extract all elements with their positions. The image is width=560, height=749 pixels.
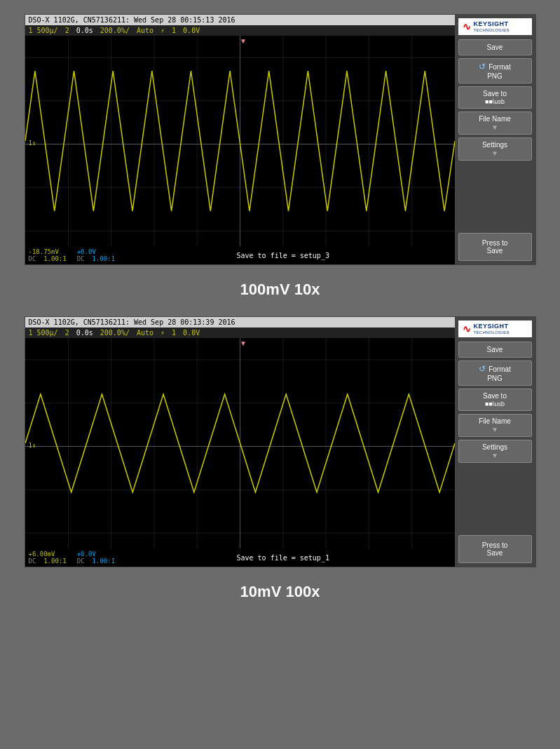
scope-2-settings-label: Settings — [482, 443, 507, 451]
scope-2-title: DSO-X 1102G, CN57136211: Wed Sep 28 00:1… — [25, 317, 455, 328]
scope-1-freq: 200.0%/ — [100, 27, 130, 34]
format-refresh-icon-1: ↺ — [479, 62, 486, 72]
scope-2-ch1-voltage: +6.00mV — [29, 551, 55, 558]
keysight-sub-1: TECHNOLOGIES — [474, 28, 510, 33]
scope-1-bottom-bar: -18.75mV DC 1.00:1 +0.0V DC 1.00:1 Save … — [25, 246, 455, 264]
keysight-name-1: KEYSIGHT — [474, 21, 510, 28]
scope-1-probe-label: 1↕ — [29, 140, 36, 147]
caption-1: 100mV 10x — [240, 281, 320, 299]
keysight-sub-2: TECHNOLOGIES — [474, 330, 510, 335]
scope-2-main: DSO-X 1102G, CN57136211: Wed Sep 28 00:1… — [25, 317, 455, 567]
scope-1-filename-btn[interactable]: File Name ▼ — [458, 112, 532, 135]
caption-2: 10mV 100x — [240, 583, 320, 601]
scope-1-screen: 1↕ ▼ — [25, 36, 455, 246]
scope-1-keysight-logo: ∿ KEYSIGHT TECHNOLOGIES — [458, 18, 532, 35]
scope-2-save-to-label: Save to — [483, 392, 507, 400]
scope-2-trig-mode: Auto — [137, 329, 153, 337]
scope-2-channel-info: +6.00mV DC 1.00:1 +0.0V DC 1.00:1 — [29, 551, 115, 565]
scope-1-time: 0.0s — [76, 27, 93, 34]
scope-2-settings-btn[interactable]: Settings ▼ — [458, 440, 532, 463]
scope-2-probe-label: 1↕ — [29, 442, 36, 449]
scope-1-ch2-ratio: 1.00:1 — [92, 255, 115, 262]
scope-1-filename-label: File Name — [479, 115, 511, 123]
scope-2-trig-ch: 1 — [172, 329, 176, 337]
scope-1-trigger-marker: ▼ — [240, 37, 247, 45]
scope-1-trig-icon: ⚡ — [161, 27, 165, 34]
scope-1-main: DSO-X 1102G, CN57136211: Wed Sep 28 00:1… — [25, 15, 455, 264]
scope-2-ch2-voltage: +0.0V — [77, 551, 96, 558]
scope-2-filename-label: File Name — [479, 417, 511, 425]
scope-2-wrapper: DSO-X 1102G, CN57136211: Wed Sep 28 00:1… — [25, 316, 536, 567]
scope-1-ch1-ratio: 1.00:1 — [43, 255, 67, 262]
scope-2-ch2-info: +0.0V DC 1.00:1 — [77, 551, 115, 565]
scope-1-settings-btn[interactable]: Settings ▼ — [458, 137, 532, 161]
keysight-logo-text-1: KEYSIGHT TECHNOLOGIES — [474, 21, 510, 32]
scope-2-time: 0.0s — [76, 329, 93, 337]
scope-1-channel-info: -18.75mV DC 1.00:1 +0.0V DC 1.00:1 — [29, 248, 115, 262]
keysight-logo-mark-2: ∿ — [463, 323, 471, 335]
scope-1-save-to-value: ■■\usb — [485, 98, 505, 105]
scope-2-format-btn[interactable]: ↺ Format PNG — [458, 360, 532, 386]
scope-2-freq: 200.0%/ — [100, 329, 130, 337]
scope-2-filename-down-icon: ▼ — [491, 426, 498, 433]
scope-1-save-btn[interactable]: Save — [458, 39, 532, 55]
scope-1-press-to-save-btn[interactable]: Press toSave — [458, 233, 532, 261]
scope-1-settings-down-icon: ▼ — [491, 149, 498, 157]
scope-1-filename-down-icon: ▼ — [491, 123, 498, 131]
scope-1-ch1-voltage: -18.75mV — [29, 248, 59, 255]
scope-2-bottom-bar: +6.00mV DC 1.00:1 +0.0V DC 1.00:1 Save t… — [25, 548, 455, 567]
scope-2-settings-down-icon: ▼ — [491, 452, 498, 459]
scope-1-ch1-info: -18.75mV DC 1.00:1 — [29, 248, 67, 262]
keysight-logo-mark-1: ∿ — [463, 21, 471, 32]
scope-2-ch1-info: +6.00mV DC 1.00:1 — [29, 551, 67, 565]
scope-1-format-btn[interactable]: ↺ Format PNG — [458, 58, 532, 83]
scope-2-ch2-ratio: 1.00:1 — [92, 558, 115, 565]
scope-1-waveform — [25, 36, 455, 246]
scope-1-save-to-btn[interactable]: Save to ■■\usb — [458, 86, 532, 109]
scope-1-format-label: Format — [489, 63, 511, 71]
scope-1-sidebar: ∿ KEYSIGHT TECHNOLOGIES Save ↺ Format PN… — [455, 15, 535, 264]
scope-1-ch2-voltage: +0.0V — [77, 248, 96, 255]
scope-1-save-to-file: Save to file = setup_3 — [115, 252, 451, 259]
scope-2: DSO-X 1102G, CN57136211: Wed Sep 28 00:1… — [25, 316, 536, 567]
scope-2-save-to-btn[interactable]: Save to ■■\usb — [458, 389, 532, 411]
scope-2-trig-level: 0.0V — [183, 329, 200, 337]
scope-2-save-to-value: ■■\usb — [485, 400, 505, 407]
scope-2-filename-btn[interactable]: File Name ▼ — [458, 414, 532, 437]
scope-1-trig-ch: 1 — [172, 27, 176, 34]
scope-2-ch2: 2 — [65, 329, 69, 337]
scope-1-ch1-scale: 1 500μ/ — [29, 27, 58, 34]
scope-1-settings-label: Settings — [482, 141, 507, 149]
scope-2-trig-icon: ⚡ — [161, 329, 165, 337]
scope-1-status: 1 500μ/ 2 0.0s 200.0%/ Auto ⚡ 1 0.0V — [25, 25, 455, 36]
format-refresh-icon-2: ↺ — [479, 364, 486, 374]
scope-1-trig-mode: Auto — [137, 27, 153, 34]
scope-2-status: 1 500μ/ 2 0.0s 200.0%/ Auto ⚡ 1 0.0V — [25, 328, 455, 338]
scope-1: DSO-X 1102G, CN57136211: Wed Sep 28 00:1… — [25, 14, 536, 265]
scope-1-trig-level: 0.0V — [183, 27, 200, 34]
keysight-logo-text-2: KEYSIGHT TECHNOLOGIES — [474, 323, 510, 335]
scope-1-ch2-info: +0.0V DC 1.00:1 — [77, 248, 115, 262]
scope-1-wrapper: DSO-X 1102G, CN57136211: Wed Sep 28 00:1… — [25, 14, 536, 265]
scope-2-screen: 1↕ ▼ — [25, 338, 455, 548]
scope-1-format-value: PNG — [487, 72, 503, 80]
scope-2-waveform — [25, 338, 455, 548]
scope-2-format-label: Format — [489, 365, 511, 373]
scope-2-ch1-scale: 1 500μ/ — [29, 329, 58, 337]
scope-2-save-btn[interactable]: Save — [458, 342, 532, 358]
scope-2-keysight-logo: ∿ KEYSIGHT TECHNOLOGIES — [458, 320, 532, 337]
scope-2-press-to-save-btn[interactable]: Press toSave — [458, 535, 532, 563]
scope-1-save-to-label: Save to — [483, 90, 507, 97]
scope-1-title: DSO-X 1102G, CN57136211: Wed Sep 28 00:1… — [25, 15, 455, 25]
scope-1-ch2: 2 — [65, 27, 69, 34]
scope-2-sidebar: ∿ KEYSIGHT TECHNOLOGIES Save ↺ Format PN… — [455, 317, 535, 567]
keysight-name-2: KEYSIGHT — [474, 323, 510, 330]
scope-2-ch1-ratio: 1.00:1 — [43, 558, 67, 565]
scope-2-trigger-marker: ▼ — [240, 339, 247, 347]
scope-2-save-to-file: Save to file = setup_1 — [115, 554, 451, 562]
scope-2-format-value: PNG — [487, 374, 503, 382]
